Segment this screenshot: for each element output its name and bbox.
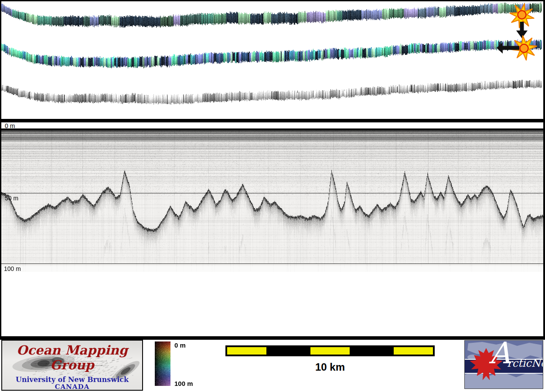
colorbar-top-label: 0 m (174, 341, 186, 349)
arcticnet-rest: rcticNet (507, 357, 543, 369)
scalebar-segment-gap (350, 347, 394, 355)
omg-logo: Ocean Mapping Group University of New Br… (1, 340, 143, 391)
depth-colorbar (155, 341, 170, 386)
scalebar-segment-filled (227, 347, 266, 355)
arcticnet-wordmark: ArcticNet (465, 341, 543, 389)
depth-label-50m: 50 m (5, 195, 18, 201)
event-marker-2 (497, 36, 538, 61)
frame-border-right (543, 0, 545, 339)
ocean-mapping-figure: 0 m 50 m 100 m Ocean Mapping Group Unive… (0, 0, 545, 392)
scalebar-segment-gap (266, 347, 310, 355)
scalebar-segment-filled (310, 347, 350, 355)
map-scalebar (225, 345, 435, 356)
footer-separator (0, 336, 545, 340)
frame-border-top (0, 0, 545, 1)
footer-bar: Ocean Mapping Group University of New Br… (0, 340, 545, 392)
scalebar-segment-filled (394, 347, 433, 355)
depth-label-0m: 0 m (5, 123, 15, 129)
arrow-left-icon (497, 42, 519, 54)
omg-logo-title: Ocean Mapping Group (2, 343, 142, 372)
omg-logo-country: CANADA (2, 383, 142, 391)
arcticnet-logo: ArcticNet (464, 340, 543, 389)
starburst-core (518, 11, 526, 19)
scalebar-label: 10 km (225, 361, 435, 373)
panel-separator (0, 119, 545, 122)
colorbar-bottom-label: 100 m (174, 380, 193, 387)
subbottom-profile-canvas (0, 130, 545, 274)
starburst-core (520, 44, 528, 53)
frame-border-left (0, 0, 1, 339)
survey-tracks-canvas (0, 0, 545, 119)
depth-label-100m: 100 m (4, 266, 21, 272)
